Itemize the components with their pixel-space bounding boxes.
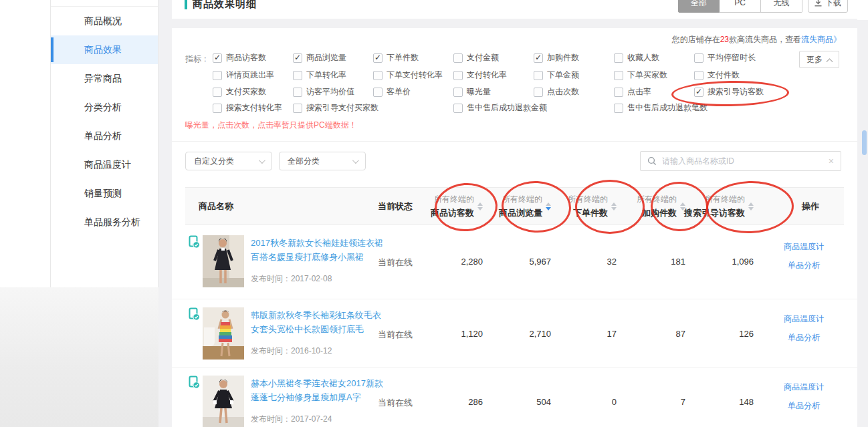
thermometer-link[interactable]: 商品温度计: [760, 241, 847, 253]
metric-option[interactable]: 支付金额: [453, 52, 499, 63]
metric-option[interactable]: 下单转化率: [293, 69, 346, 81]
download-button[interactable]: 下载: [808, 0, 848, 13]
metric-checkbox[interactable]: [293, 71, 302, 80]
sidebar-item-2[interactable]: 商品效果: [51, 35, 158, 64]
metric-option[interactable]: 支付件数: [694, 69, 740, 81]
metric-option[interactable]: 下单件数: [373, 52, 419, 63]
metric-value: 2,710: [491, 329, 551, 339]
metric-checkbox[interactable]: [373, 53, 383, 63]
metric-option[interactable]: 支付转化率: [453, 69, 507, 81]
product-thumbnail[interactable]: [203, 307, 244, 360]
metric-option[interactable]: 下单支付转化率: [373, 69, 443, 81]
metric-option[interactable]: 点击率: [614, 86, 651, 98]
metric-option[interactable]: 点击次数: [534, 86, 579, 98]
metric-checkbox[interactable]: [213, 88, 222, 97]
metric-option[interactable]: 搜索引导支付买家数: [293, 102, 378, 114]
sidebar-item-5[interactable]: 单品分析: [51, 122, 158, 150]
product-title-link[interactable]: 2017秋冬新款女长袖娃娃领连衣裙百搭名媛显瘦打底修身小黑裙: [251, 236, 383, 264]
custom-category-dropdown[interactable]: 自定义分类: [185, 152, 272, 170]
notice-middle: 款高流失商品，查看: [729, 35, 801, 44]
metric-label: 下单件数: [387, 52, 419, 63]
table-row: 韩版新款秋冬季长袖彩虹条纹毛衣女套头宽松中长款圆领打底毛发布时间：2016-10…: [172, 299, 857, 367]
sidebar-item-3[interactable]: 异常商品: [51, 64, 158, 93]
all-category-dropdown[interactable]: 全部分类: [279, 152, 366, 170]
metric-checkbox[interactable]: [293, 88, 302, 97]
product-title-link[interactable]: 赫本小黑裙冬季连衣裙女2017新款蓬蓬七分袖修身显瘦加厚A字: [251, 376, 383, 404]
sidebar-item-8[interactable]: 单品服务分析: [51, 208, 158, 237]
metric-checkbox[interactable]: [373, 88, 383, 97]
metric-checkbox[interactable]: [453, 88, 463, 97]
metric-option[interactable]: 收藏人数: [614, 52, 659, 63]
sidebar-item-7[interactable]: 销量预测: [51, 179, 158, 208]
more-metrics-button[interactable]: 更多: [799, 51, 839, 68]
metric-label: 商品访客数: [226, 52, 266, 63]
metric-option[interactable]: 平均停留时长: [694, 52, 756, 63]
metric-option[interactable]: 商品浏览量: [293, 52, 346, 63]
metric-option[interactable]: 下单金额: [534, 69, 579, 81]
metric-checkbox[interactable]: [614, 71, 623, 80]
thermometer-link[interactable]: 商品温度计: [760, 382, 847, 393]
product-title-link[interactable]: 韩版新款秋冬季长袖彩虹条纹毛衣女套头宽松中长款圆领打底毛: [251, 308, 383, 336]
device-tab-2[interactable]: PC: [720, 0, 761, 13]
sort-icon[interactable]: [748, 202, 754, 210]
metric-checkbox[interactable]: [213, 104, 222, 113]
metric-option[interactable]: 客单价: [373, 86, 411, 98]
device-tab-1[interactable]: 全部: [678, 0, 720, 13]
sort-down-arrow: [748, 207, 754, 210]
metric-option[interactable]: 曝光量: [453, 86, 491, 98]
metric-checkbox[interactable]: [213, 53, 222, 63]
metric-checkbox[interactable]: [694, 71, 703, 80]
metric-checkbox[interactable]: [534, 71, 543, 80]
metric-option[interactable]: 搜索引导访客数: [694, 86, 764, 98]
metric-option[interactable]: 详情页跳出率: [213, 69, 274, 81]
scrollbar-thumb[interactable]: [862, 130, 867, 155]
metric-option[interactable]: 售中售后成功退款笔数: [614, 102, 708, 114]
search-input[interactable]: [662, 156, 823, 166]
thermometer-link[interactable]: 商品温度计: [760, 313, 847, 325]
metric-checkbox[interactable]: [694, 53, 703, 63]
chevron-down-icon: [259, 157, 265, 164]
metric-checkbox[interactable]: [453, 53, 463, 63]
metric-option[interactable]: 售中售后成功退款金额: [453, 102, 547, 114]
metric-option[interactable]: 加购件数: [534, 52, 579, 63]
metric-checkbox[interactable]: [614, 88, 623, 97]
product-search-box[interactable]: ×: [640, 151, 841, 171]
metric-checkbox[interactable]: [373, 71, 383, 80]
metric-checkbox[interactable]: [293, 104, 302, 113]
metric-option[interactable]: 下单买家数: [614, 69, 667, 81]
item-analysis-link[interactable]: 单品分析: [760, 260, 847, 271]
sidebar-item-6[interactable]: 商品温度计: [51, 150, 158, 179]
content-card: 您的店铺存在23款高流失商品，查看流失商品》 指标： 商品访客数商品浏览量下单件…: [172, 28, 857, 427]
column-header-metric-5[interactable]: 所有终端的搜索引导访客数: [667, 188, 754, 225]
metric-checkbox[interactable]: [293, 53, 302, 63]
metric-checkbox[interactable]: [213, 71, 222, 80]
churn-products-link[interactable]: 流失商品》: [801, 35, 841, 44]
metric-checkbox[interactable]: [534, 53, 543, 63]
item-analysis-link[interactable]: 单品分析: [760, 400, 847, 412]
product-thumbnail[interactable]: [203, 376, 244, 427]
metric-option[interactable]: 支付买家数: [213, 86, 266, 98]
product-thumbnail[interactable]: [203, 235, 244, 287]
mobile-verified-icon: [187, 307, 201, 321]
device-tab-3[interactable]: 无线: [761, 0, 802, 13]
app-window: 商品概况商品效果异常商品分类分析单品分析商品温度计销量预测单品服务分析 商品效果…: [0, 0, 868, 427]
metric-option[interactable]: 商品访客数: [213, 52, 266, 63]
metric-label: 下单金额: [547, 69, 579, 81]
metric-checkbox[interactable]: [453, 104, 463, 113]
item-analysis-link[interactable]: 单品分析: [760, 332, 847, 343]
metric-checkbox[interactable]: [614, 104, 623, 113]
metric-label: 搜索引导访客数: [708, 86, 764, 98]
more-label: 更多: [806, 54, 823, 65]
sidebar-item-1[interactable]: 商品概况: [51, 7, 158, 35]
metric-option[interactable]: 访客平均价值: [293, 86, 354, 98]
metric-checkbox[interactable]: [534, 88, 543, 97]
sidebar-item-4[interactable]: 分类分析: [51, 93, 158, 122]
product-status: 当前在线: [378, 329, 413, 341]
metric-option[interactable]: 搜索支付转化率: [213, 102, 282, 114]
metric-checkbox[interactable]: [694, 88, 703, 97]
scrollbar-track-top: [857, 0, 868, 20]
metric-checkbox[interactable]: [614, 53, 623, 63]
metric-checkbox[interactable]: [453, 71, 463, 80]
metric-value: 148: [693, 397, 754, 407]
clear-search-icon[interactable]: ×: [829, 156, 834, 166]
